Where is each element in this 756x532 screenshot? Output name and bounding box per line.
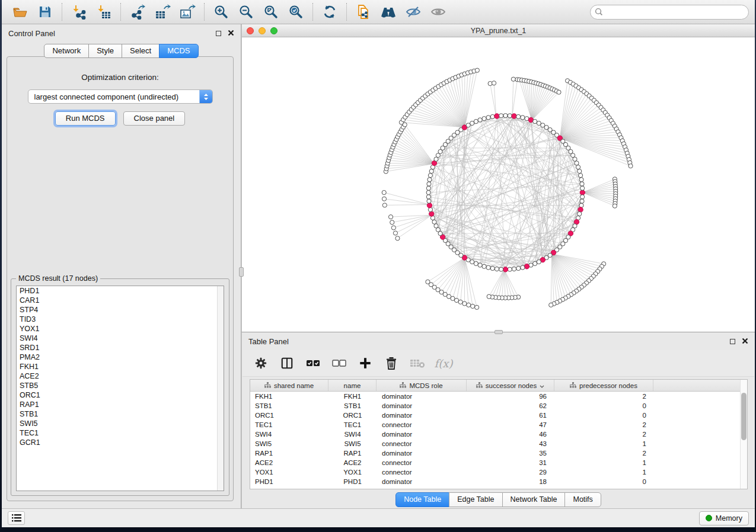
zoom-in-icon[interactable] (209, 2, 234, 22)
network-node[interactable] (382, 197, 386, 201)
column-header-shared-name[interactable]: shared name (250, 380, 328, 391)
network-node[interactable] (499, 114, 503, 118)
table-row[interactable]: YOX1YOX1connector291 (250, 467, 747, 477)
duplicate-network-icon[interactable] (351, 2, 376, 22)
network-node[interactable] (512, 267, 516, 271)
network-node[interactable] (382, 203, 387, 207)
show-columns-icon[interactable] (277, 354, 297, 373)
network-node[interactable] (499, 267, 503, 271)
network-node[interactable] (557, 90, 561, 94)
network-node[interactable] (508, 267, 512, 271)
export-image-icon[interactable] (175, 2, 200, 22)
table-row[interactable]: TEC1TEC1connector472 (250, 420, 747, 430)
table-row[interactable]: ACE2ACE2connector311 (250, 458, 747, 467)
open-file-icon[interactable] (8, 2, 33, 22)
column-header-name[interactable]: name (328, 380, 377, 391)
mcds-result-item[interactable]: TID3 (17, 315, 224, 324)
network-node-mcds-dominator[interactable] (524, 264, 529, 269)
tab-network-table[interactable]: Network Table (502, 492, 566, 507)
tab-network[interactable]: Network (44, 44, 89, 58)
task-history-list-icon[interactable] (8, 511, 25, 525)
network-node[interactable] (390, 220, 394, 225)
table-row[interactable]: ORC1ORC1dominator610 (250, 411, 747, 420)
network-node[interactable] (629, 164, 633, 168)
network-node[interactable] (492, 81, 496, 85)
network-node[interactable] (516, 114, 521, 118)
table-row[interactable]: SWI5SWI5connector431 (250, 439, 747, 448)
network-node[interactable] (579, 203, 583, 207)
zoom-out-icon[interactable] (234, 2, 259, 22)
column-menu-chevron-icon[interactable] (540, 382, 544, 389)
network-node[interactable] (428, 173, 432, 177)
network-node[interactable] (478, 263, 482, 267)
network-node[interactable] (573, 157, 577, 161)
table-scrollbar[interactable] (740, 380, 747, 489)
network-node[interactable] (580, 195, 585, 199)
network-node[interactable] (429, 169, 433, 173)
network-node[interactable] (393, 231, 397, 235)
network-node[interactable] (487, 294, 491, 299)
tab-mcds[interactable]: MCDS (159, 44, 198, 58)
table-row[interactable]: STB1STB1dominator620 (250, 401, 747, 411)
mcds-result-item[interactable]: SWI4 (17, 334, 224, 343)
network-node[interactable] (428, 207, 432, 211)
refresh-icon[interactable] (317, 2, 342, 22)
network-node[interactable] (533, 119, 537, 123)
mcds-result-item[interactable]: SRD1 (17, 343, 224, 352)
mcds-result-item[interactable]: CAR1 (17, 296, 224, 305)
network-node[interactable] (578, 169, 582, 173)
delete-column-trash-icon[interactable] (381, 354, 401, 373)
import-network-icon[interactable] (66, 2, 91, 22)
network-node[interactable] (575, 161, 579, 165)
mcds-result-list[interactable]: PHD1CAR1STP4TID3YOX1SWI4SRD1PMA2FKH1ACE2… (16, 286, 224, 491)
network-node[interactable] (516, 266, 521, 270)
tab-select[interactable]: Select (122, 44, 160, 58)
mcds-result-item[interactable]: FKH1 (17, 362, 224, 371)
deselect-all-icon[interactable] (329, 354, 349, 373)
network-canvas[interactable] (242, 37, 755, 332)
network-node[interactable] (382, 190, 386, 194)
network-node[interactable] (580, 186, 585, 190)
mcds-result-item[interactable]: RAP1 (17, 400, 224, 409)
column-header-predecessor-nodes[interactable]: predecessor nodes (554, 380, 653, 391)
mcds-result-item[interactable]: PMA2 (17, 352, 224, 362)
network-node-mcds-dominator[interactable] (512, 114, 516, 118)
search-input[interactable] (606, 8, 744, 16)
network-node[interactable] (474, 261, 478, 265)
run-mcds-button[interactable]: Run MCDS (55, 111, 116, 126)
network-node-mcds-dominator[interactable] (429, 211, 434, 216)
network-node[interactable] (426, 280, 430, 284)
show-graphics-details-eye-icon[interactable] (426, 2, 451, 22)
mcds-result-item[interactable]: ACE2 (17, 371, 224, 381)
network-node[interactable] (521, 265, 525, 270)
network-node[interactable] (486, 116, 490, 120)
hide-graphics-details-eye-icon[interactable] (401, 2, 426, 22)
network-node[interactable] (462, 302, 467, 306)
float-panel-icon[interactable] (730, 339, 735, 344)
vertical-splitter-handle[interactable] (239, 267, 244, 277)
tab-motifs[interactable]: Motifs (564, 492, 601, 507)
network-node[interactable] (521, 116, 525, 120)
network-node[interactable] (613, 204, 617, 208)
network-node[interactable] (490, 266, 495, 270)
network-node[interactable] (467, 303, 471, 307)
zoom-fit-icon[interactable] (259, 2, 283, 22)
close-panel-icon[interactable] (228, 29, 234, 38)
mcds-result-item[interactable]: YOX1 (17, 324, 224, 334)
network-titlebar[interactable]: YPA_prune.txt_1 (242, 24, 755, 37)
network-node[interactable] (490, 114, 495, 118)
select-all-icon[interactable] (303, 354, 323, 373)
network-node[interactable] (432, 220, 436, 224)
tab-style[interactable]: Style (88, 44, 122, 58)
network-node[interactable] (391, 226, 395, 230)
network-node[interactable] (576, 165, 580, 169)
column-header-successor-nodes[interactable]: successor nodes (467, 380, 554, 391)
mcds-result-item[interactable]: ORC1 (17, 390, 224, 400)
network-node[interactable] (470, 121, 474, 125)
network-node[interactable] (495, 267, 499, 271)
export-table-icon[interactable] (150, 2, 175, 22)
network-node-mcds-dominator[interactable] (580, 190, 585, 195)
network-node[interactable] (578, 173, 582, 177)
float-panel-icon[interactable] (216, 31, 221, 36)
toolbar-search-box[interactable] (590, 5, 749, 20)
